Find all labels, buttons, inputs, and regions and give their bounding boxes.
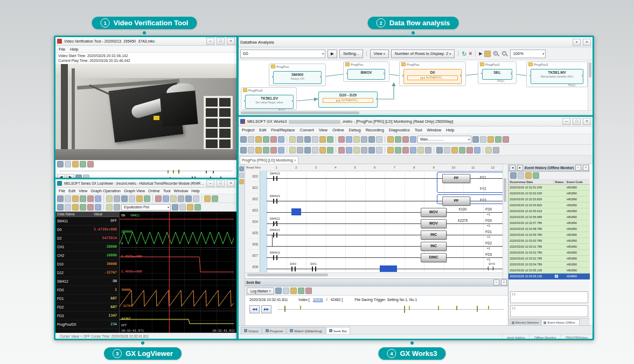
toolbar-icon[interactable] bbox=[163, 195, 169, 202]
tab-progpou-ld-monitoring[interactable]: ProgPou [PRG] [LD] Monitoring × bbox=[240, 156, 298, 164]
event-row[interactable]: 2020/03/26 10:33:00.789H81890 bbox=[508, 238, 590, 244]
menu-debug[interactable]: Debug bbox=[349, 128, 361, 132]
toolbar-icon[interactable] bbox=[368, 147, 375, 153]
plot-type-combo[interactable]: Equalization Plot ▾ bbox=[121, 204, 171, 211]
gxworks-titlebar[interactable]: MELSOFT GX Works3.melrc - [ProgPou [PRG]… bbox=[239, 117, 593, 127]
toolbar-icon[interactable] bbox=[87, 161, 94, 167]
menu-tool[interactable]: Tool bbox=[415, 128, 422, 132]
seek-timeline[interactable] bbox=[277, 304, 504, 314]
tab-event-history-offline-[interactable]: Event History (Offline... bbox=[541, 319, 579, 325]
dataflow-titlebar[interactable]: Dataflow Analysis ▪ × bbox=[239, 37, 593, 47]
toolbar-icon[interactable] bbox=[338, 147, 345, 153]
dataflow-block-d20-d29[interactable]: D20 - D29AUTHENTIC... bbox=[318, 92, 378, 108]
device-combo[interactable]: D0 ▾ bbox=[240, 50, 325, 58]
log-marker-dropdown[interactable]: Log Marker ▾ bbox=[247, 288, 274, 295]
pin-icon[interactable]: ▪ bbox=[575, 165, 581, 171]
toolbar-icon[interactable] bbox=[136, 195, 143, 202]
toolbar-icon[interactable] bbox=[346, 136, 352, 143]
toolbar-icon[interactable] bbox=[87, 204, 94, 211]
close-button[interactable]: × bbox=[227, 180, 235, 187]
list-item[interactable]: FD01 bbox=[55, 286, 119, 295]
zoom-level-combo[interactable]: 100% ▾ bbox=[510, 50, 546, 58]
menu-find-replace[interactable]: Find/Replace bbox=[271, 128, 295, 132]
toolbar-icon[interactable] bbox=[179, 204, 186, 211]
toolbar-icon[interactable] bbox=[57, 204, 64, 211]
toolbar-icon[interactable] bbox=[312, 147, 318, 153]
toolbar-icon[interactable] bbox=[493, 147, 499, 153]
ladder-row-number[interactable]: 607 bbox=[245, 250, 260, 261]
menu-online[interactable]: Online bbox=[148, 188, 160, 193]
toolbar-icon[interactable] bbox=[289, 147, 296, 153]
toolbar-icon[interactable] bbox=[65, 204, 71, 211]
view-dropdown[interactable]: View ▾ bbox=[370, 50, 389, 58]
dataflow-block-sm400[interactable]: SM400Always ON bbox=[273, 71, 322, 84]
toolbar-icon[interactable] bbox=[395, 136, 401, 143]
contact-symbol[interactable] bbox=[273, 176, 274, 181]
toolbar-icon[interactable] bbox=[353, 147, 360, 153]
toolbar-icon[interactable] bbox=[402, 136, 409, 143]
contact-symbol[interactable] bbox=[295, 267, 296, 271]
toolbar-icon[interactable] bbox=[212, 195, 218, 202]
dock-left-icon[interactable]: ◀ bbox=[510, 165, 515, 171]
contact-symbol[interactable] bbox=[276, 255, 277, 260]
toolbar-icon[interactable] bbox=[327, 147, 333, 153]
toolbar-icon[interactable] bbox=[194, 204, 201, 211]
toolbar-icon[interactable] bbox=[376, 147, 382, 153]
toolbar-icon[interactable] bbox=[298, 288, 304, 294]
toolbar-icon[interactable] bbox=[327, 136, 333, 143]
toolbar-icon[interactable] bbox=[312, 136, 318, 143]
toolbar-icon[interactable] bbox=[121, 195, 128, 202]
toolbar-icon[interactable] bbox=[270, 136, 277, 143]
dataflow-block-d0[interactable]: D0AUTHENTIC... bbox=[403, 69, 462, 84]
close-icon[interactable]: × bbox=[501, 279, 507, 285]
event-row[interactable]: 2020/03/26 10:32:53.829H81890 bbox=[508, 197, 590, 202]
delete-icon[interactable]: × bbox=[469, 51, 472, 57]
event-row[interactable]: 2020/03/26 10:32:57.789H81890 bbox=[508, 220, 590, 226]
instruction-box-dinc[interactable]: DINC bbox=[421, 253, 447, 262]
tab-progress[interactable]: Progress bbox=[262, 327, 287, 334]
toolbar-icon[interactable] bbox=[518, 172, 524, 179]
dataflow-block-sel[interactable]: SEL bbox=[482, 69, 512, 80]
contact-symbol[interactable] bbox=[276, 233, 277, 237]
logviewer-titlebar[interactable]: MELSOFT Series GX LogViewer - [record.me… bbox=[55, 179, 236, 188]
trend-graph[interactable]: 10:32:41.571 10:32:41.811 ONSM4112000000… bbox=[120, 212, 236, 333]
toolbar-icon[interactable] bbox=[305, 288, 312, 294]
menu-view[interactable]: View bbox=[319, 128, 328, 132]
toolbar-icon[interactable] bbox=[57, 195, 64, 202]
ladder-row-number[interactable]: 601 bbox=[245, 182, 260, 193]
toolbar-icon[interactable] bbox=[525, 172, 532, 179]
pin-icon[interactable]: ▪ bbox=[573, 39, 581, 46]
toolbar-icon[interactable] bbox=[65, 161, 71, 167]
toolbar-icon[interactable] bbox=[451, 147, 458, 153]
menu-project[interactable]: Project bbox=[242, 128, 254, 132]
dataflow-block-bmov[interactable]: BMOV bbox=[347, 69, 385, 80]
event-row[interactable]: 2020/03/26 10:33:54.789H81890 bbox=[508, 262, 590, 268]
event-row[interactable]: 2020/03/26 10:32:51.639H81890 bbox=[508, 185, 590, 191]
toolbar-icon[interactable] bbox=[187, 204, 193, 211]
watch-combo[interactable]: Max.............. ▾ bbox=[417, 136, 471, 143]
ladder-editor[interactable]: Read Mnt123456789101112600SM410FFFY1601F… bbox=[245, 164, 508, 278]
contact-symbol[interactable] bbox=[273, 199, 274, 204]
toolbar-icon[interactable] bbox=[297, 136, 303, 143]
menu-window[interactable]: Window bbox=[174, 188, 189, 193]
toolbar-icon[interactable] bbox=[239, 173, 244, 178]
list-item[interactable]: SM411OFF bbox=[55, 217, 119, 226]
toolbar-icon[interactable] bbox=[72, 204, 79, 211]
toolbar-icon[interactable] bbox=[240, 136, 247, 143]
minimize-button[interactable]: – bbox=[206, 38, 214, 45]
seek-bar-caption[interactable]: Seek Bar ▪ × bbox=[245, 279, 508, 286]
event-row[interactable]: 2020/03/26 10:33:52.789H81890 bbox=[508, 256, 590, 262]
list-item[interactable]: CH120000 bbox=[55, 243, 119, 251]
toolbar-icon[interactable] bbox=[270, 147, 277, 153]
instruction-box-mov[interactable]: MOV bbox=[421, 219, 447, 228]
toolbar-icon[interactable] bbox=[106, 204, 113, 211]
menu-graph-operation[interactable]: Graph Operation bbox=[90, 188, 121, 193]
toolbar-icon[interactable] bbox=[65, 195, 71, 202]
instruction-box-ff[interactable]: FF bbox=[442, 174, 470, 183]
toolbar-icon[interactable] bbox=[387, 136, 394, 143]
menu-help[interactable]: Help bbox=[70, 47, 78, 52]
list-item[interactable]: FD31347 bbox=[55, 312, 119, 320]
toolbar-icon[interactable] bbox=[338, 136, 345, 143]
tab-seek-bar[interactable]: Seek Bar bbox=[326, 327, 350, 334]
dataflow-block-tk581-sv[interactable]: TK581.SVSet value/Target value bbox=[245, 95, 294, 109]
